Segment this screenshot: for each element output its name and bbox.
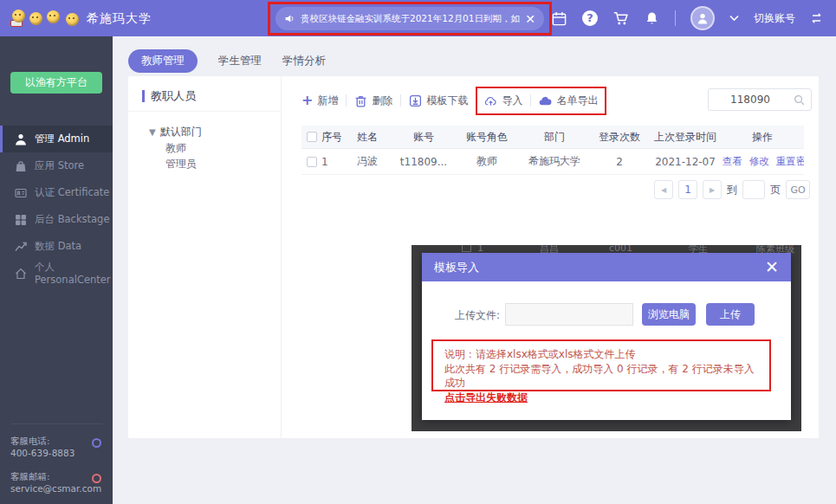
cell-name: 冯波 — [341, 154, 393, 169]
import-button[interactable]: 导入 — [484, 94, 522, 108]
platform-button[interactable]: 以渔有方平台 — [10, 72, 102, 94]
sidebar-item-label: 个人 PersonalCenter — [35, 261, 113, 286]
grid-icon — [15, 214, 27, 226]
page-label: 页 — [770, 183, 781, 197]
col-header-role: 账号角色 — [454, 130, 520, 145]
emoji-icon — [47, 10, 60, 23]
calendar-icon[interactable] — [551, 10, 567, 27]
tree-node-default-department[interactable]: ▼默认部门 — [149, 125, 202, 139]
upload-button[interactable]: 上传 — [706, 303, 755, 326]
modal-title: 模板导入 — [434, 260, 479, 275]
bell-icon[interactable] — [644, 10, 660, 27]
pagination: ◀ 1 ▶ 到 页 GO — [654, 180, 810, 199]
contact-divider — [10, 423, 102, 424]
tree-root-label: 默认部门 — [160, 126, 202, 138]
edit-link[interactable]: 修改 — [749, 155, 769, 167]
user-icon — [696, 11, 710, 25]
contact-block: 客服电话: 400-639-8883 客服邮箱: service@csmar.c… — [0, 423, 113, 504]
sidebar: 以渔有方平台 管理 Admin 应用 Store 认证 Certificate — [0, 36, 113, 504]
staff-table: 序号 姓名 账号 账号角色 部门 登录次数 上次登录时间 操作 1 冯波 t11… — [301, 126, 804, 175]
backdrop-table-glimpse: 1 昌昌 c001 学生 陈素班级 — [412, 245, 801, 251]
sidebar-item-backstage[interactable]: 后台 Backstage — [0, 206, 113, 233]
next-page-button[interactable]: ▶ — [703, 180, 722, 199]
tab-teacher-management[interactable]: 教师管理 — [128, 49, 198, 73]
phone-number: 400-639-8883 — [10, 447, 102, 459]
table-row: 1 冯波 t11809... 教师 希施玛大学 2 2021-12-07 查看 … — [301, 149, 804, 175]
switch-account-label[interactable]: 切换账号 — [754, 11, 795, 26]
col-header-name: 姓名 — [341, 130, 393, 145]
current-page-button[interactable]: 1 — [678, 180, 697, 199]
page-number-input[interactable] — [742, 180, 765, 199]
current-page-number: 1 — [684, 184, 691, 196]
contact-phone: 客服电话: 400-639-8883 — [0, 431, 113, 467]
template-import-modal: 模板导入 ✕ 上传文件: 浏览电脑 上传 说明：请选择xlsx格式或xls格式文… — [422, 253, 791, 420]
notification-marquee: 贵校区块链金融实训系统于2021年12月01日到期，如需继续...... ✕ — [275, 7, 544, 30]
tree-node-admin[interactable]: 管理员 — [165, 157, 197, 171]
cell-index: 1 — [321, 156, 328, 168]
sidebar-item-personal[interactable]: 个人 PersonalCenter — [0, 260, 113, 287]
upload-file-input[interactable] — [505, 303, 633, 326]
cell-department: 希施玛大学 — [520, 154, 589, 169]
marquee-annotation-box: 贵校区块链金融实训系统于2021年12月01日到期，如需继续...... ✕ — [275, 7, 544, 30]
download-icon — [409, 94, 422, 107]
import-annotation-box: 导入 名单导出 — [484, 94, 598, 108]
row-checkbox[interactable] — [307, 157, 317, 167]
template-download-label: 模板下载 — [426, 94, 468, 108]
sidebar-item-certificate[interactable]: 认证 Certificate — [0, 179, 113, 206]
tree-node-teacher[interactable]: 教师 — [165, 141, 186, 156]
main-tabs: 教师管理 学生管理 学情分析 — [128, 49, 326, 73]
cell-last-login: 2021-12-07 — [650, 156, 721, 168]
cell-login-count: 2 — [589, 156, 650, 168]
export-button[interactable]: 名单导出 — [539, 94, 598, 108]
export-failed-data-link[interactable]: 点击导出失败数据 — [444, 391, 528, 404]
marquee-close-icon[interactable]: ✕ — [525, 13, 535, 25]
trash-icon — [354, 94, 367, 107]
home-icon — [15, 268, 27, 280]
app-header: 希施玛大学 贵校区块链金融实训系统于2021年12月01日到期，如需继续....… — [0, 0, 836, 36]
cloud-icon — [539, 94, 552, 107]
header-divider — [675, 10, 676, 26]
cloud-upload-icon — [484, 94, 497, 107]
backdrop-checkbox — [462, 245, 471, 252]
person-icon — [15, 133, 27, 145]
cart-icon[interactable] — [612, 10, 629, 27]
emoji-icon — [12, 10, 25, 23]
header-checkbox[interactable] — [307, 132, 317, 142]
header-actions: ? 切换账号 — [551, 0, 824, 36]
sidebar-item-label: 管理 Admin — [35, 132, 89, 145]
panel-divider — [128, 111, 281, 112]
tab-student-management[interactable]: 学生管理 — [218, 49, 262, 73]
avatar[interactable] — [690, 6, 715, 30]
sidebar-item-store[interactable]: 应用 Store — [0, 152, 113, 179]
staff-tree-panel: 教职人员 ▼默认部门 教师 管理员 — [128, 76, 282, 438]
caret-down-icon: ▼ — [149, 127, 156, 137]
trend-line-icon — [15, 241, 27, 253]
template-download-button[interactable]: 模板下载 — [409, 94, 468, 108]
modal-close-icon[interactable]: ✕ — [765, 259, 779, 275]
toolbar-divider — [346, 94, 347, 107]
sidebar-item-data[interactable]: 数据 Data — [0, 233, 113, 260]
cell-role: 教师 — [454, 154, 520, 169]
sidebar-item-label: 认证 Certificate — [35, 186, 109, 199]
bag-icon — [15, 160, 27, 172]
upload-file-label: 上传文件: — [455, 308, 500, 323]
help-icon[interactable]: ? — [582, 10, 598, 26]
browse-computer-button[interactable]: 浏览电脑 — [642, 303, 696, 326]
go-button[interactable]: GO — [786, 180, 810, 199]
chevron-down-icon[interactable] — [729, 15, 739, 22]
search-icon[interactable] — [794, 94, 805, 106]
col-header-index: 序号 — [321, 130, 341, 145]
tab-learning-analysis[interactable]: 学情分析 — [282, 49, 326, 73]
reset-password-link[interactable]: 重置密码 — [776, 155, 804, 167]
emoji-icon — [66, 13, 79, 26]
university-title: 希施玛大学 — [87, 11, 152, 27]
delete-button[interactable]: 删除 — [354, 94, 392, 108]
add-button[interactable]: + 新增 — [301, 94, 338, 108]
sidebar-item-admin[interactable]: 管理 Admin — [0, 126, 113, 152]
delete-label: 删除 — [372, 94, 392, 108]
view-link[interactable]: 查看 — [723, 155, 742, 167]
modal-header: 模板导入 ✕ — [422, 253, 791, 281]
prev-page-button[interactable]: ◀ — [654, 180, 673, 199]
import-label: 导入 — [502, 94, 522, 108]
swap-icon[interactable] — [810, 13, 824, 23]
